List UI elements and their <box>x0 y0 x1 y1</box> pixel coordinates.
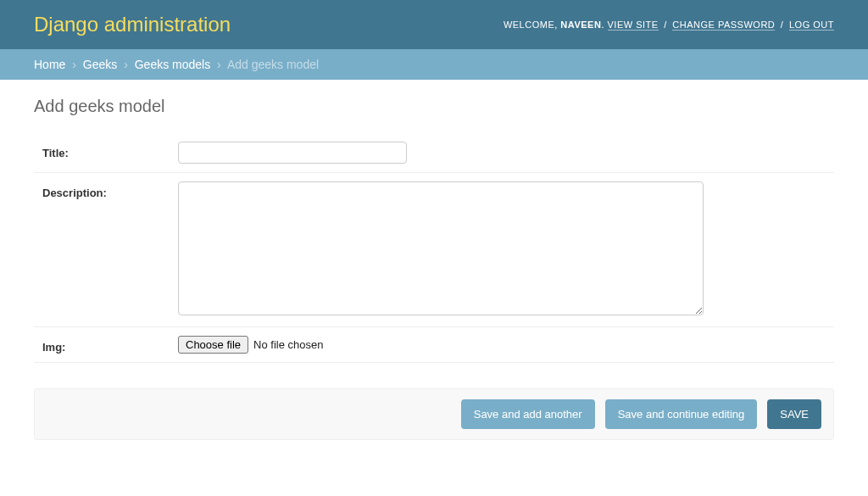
breadcrumb-home[interactable]: Home <box>34 58 65 71</box>
breadcrumb-app[interactable]: Geeks <box>83 58 117 71</box>
title-input[interactable] <box>178 142 407 164</box>
user-tools: WELCOME, NAVEEN. VIEW SITE / CHANGE PASS… <box>504 20 834 30</box>
user-separator: . <box>601 20 604 30</box>
form-row-title: Title: <box>34 133 834 173</box>
separator: / <box>781 20 784 30</box>
breadcrumb-current: Add geeks model <box>227 58 319 71</box>
form-row-description: Description: <box>34 173 834 327</box>
page-title: Add geeks model <box>34 97 834 116</box>
header: Django administration WELCOME, NAVEEN. V… <box>0 0 868 49</box>
submit-row: Save and add another Save and continue e… <box>34 388 834 440</box>
form-row-img: Img: Choose file No file chosen <box>34 327 834 363</box>
breadcrumb-separator: › <box>124 58 128 71</box>
description-label: Description: <box>34 181 178 199</box>
breadcrumb-separator: › <box>72 58 76 71</box>
view-site-link[interactable]: VIEW SITE <box>608 20 659 31</box>
save-button[interactable]: SAVE <box>767 399 821 429</box>
breadcrumb-model[interactable]: Geeks models <box>135 58 210 71</box>
log-out-link[interactable]: LOG OUT <box>789 20 834 31</box>
choose-file-button[interactable]: Choose file <box>178 336 248 354</box>
save-add-another-button[interactable]: Save and add another <box>461 399 595 429</box>
breadcrumb: Home › Geeks › Geeks models › Add geeks … <box>0 49 868 80</box>
content: Add geeks model Title: Description: Img:… <box>0 80 868 457</box>
branding-title: Django administration <box>34 13 231 36</box>
save-continue-button[interactable]: Save and continue editing <box>605 399 758 429</box>
description-textarea[interactable] <box>178 181 704 315</box>
username: NAVEEN <box>560 20 601 30</box>
breadcrumb-separator: › <box>217 58 221 71</box>
welcome-text: WELCOME, <box>504 20 558 30</box>
file-status: No file chosen <box>253 338 323 351</box>
separator: / <box>664 20 667 30</box>
title-label: Title: <box>34 142 178 159</box>
change-password-link[interactable]: CHANGE PASSWORD <box>672 20 775 31</box>
img-label: Img: <box>34 336 178 354</box>
